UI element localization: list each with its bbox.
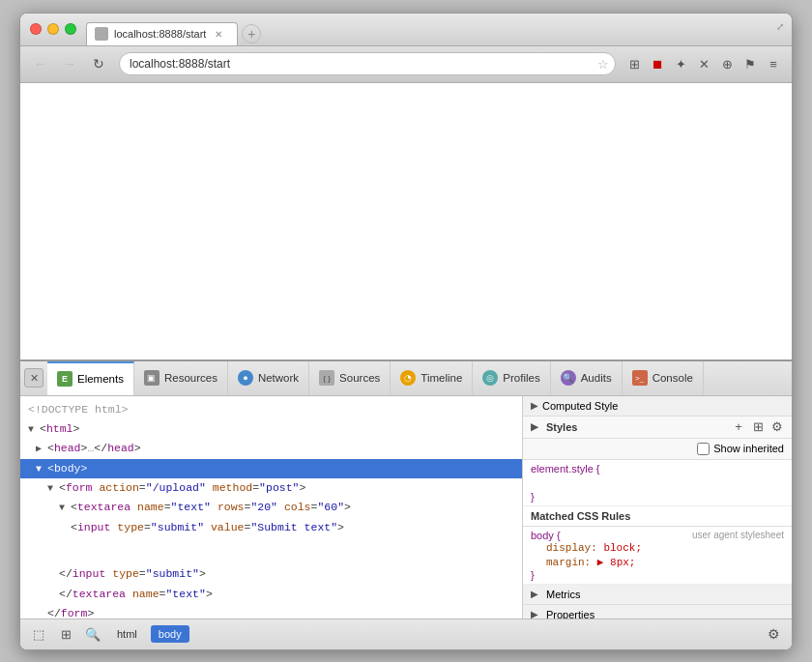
- audits-icon: 🔍: [561, 370, 576, 386]
- tab-timeline[interactable]: ◔ Timeline: [391, 361, 473, 395]
- properties-section[interactable]: ▶ Properties: [523, 605, 792, 619]
- back-button[interactable]: ←: [28, 51, 53, 76]
- window-resize-icon: ⤢: [776, 21, 784, 32]
- matched-css-rules-section[interactable]: Matched CSS Rules: [523, 506, 792, 527]
- inspect-element-button[interactable]: ⬚: [28, 623, 49, 645]
- styles-toolbar: + ⊞ ⚙: [732, 420, 784, 434]
- devtools-settings-button[interactable]: ⚙: [763, 623, 784, 645]
- show-inherited-checkbox-group[interactable]: Show inherited: [697, 443, 784, 455]
- tab-profiles[interactable]: ◎ Profiles: [473, 361, 550, 395]
- show-inherited-checkbox[interactable]: [697, 443, 710, 455]
- metrics-triangle: ▶: [531, 589, 542, 599]
- browser-tab[interactable]: localhost:8888/start ✕: [86, 22, 238, 45]
- close-button[interactable]: [30, 23, 42, 35]
- reload-button[interactable]: ↻: [86, 51, 111, 76]
- dom-body[interactable]: ▼<body>: [20, 459, 522, 478]
- resources-icon: ▣: [144, 370, 160, 386]
- body-rule-header: body { user agent stylesheet: [531, 530, 784, 541]
- bookmark-star-icon: ☆: [597, 57, 609, 72]
- browser-window: localhost:8888/start ✕ + ⤢ ← → ↻ ☆ ⊞ ⏹ ✦…: [19, 13, 793, 650]
- devtools-bottom-toolbar: ⬚ ⊞ 🔍 html body ⚙: [20, 619, 792, 649]
- tab-elements[interactable]: E Elements: [47, 361, 134, 395]
- breadcrumb-body[interactable]: body: [151, 625, 189, 643]
- tab-resources-label: Resources: [164, 372, 218, 384]
- minimize-button[interactable]: [47, 23, 59, 35]
- nav-icons: ⊞ ⏹ ✦ ✕ ⊕ ⚑ ≡: [624, 53, 784, 74]
- extensions-icon-2[interactable]: ✦: [670, 53, 691, 74]
- dom-html[interactable]: ▼<html>: [20, 419, 522, 439]
- tab-favicon: [95, 27, 108, 41]
- extensions-icon-3[interactable]: ✕: [693, 53, 714, 74]
- search-dom-button[interactable]: 🔍: [82, 623, 103, 645]
- styles-section-title: ▶ Styles: [531, 421, 577, 433]
- new-tab-button[interactable]: +: [242, 24, 261, 43]
- body-rule-source: user agent stylesheet: [692, 530, 784, 540]
- tab-console-label: Console: [652, 372, 693, 384]
- console-drawer-button[interactable]: ⊞: [55, 623, 76, 645]
- tab-timeline-label: Timeline: [420, 372, 462, 384]
- dom-textarea-close[interactable]: </textarea name="text">: [20, 585, 522, 604]
- metrics-label: Metrics: [546, 589, 580, 600]
- body-css-rule: body { user agent stylesheet display: bl…: [523, 527, 792, 585]
- display-prop-name: display:: [546, 542, 597, 554]
- element-style-rule: element.style { }: [523, 460, 792, 506]
- tab-bar: localhost:8888/start ✕ +: [86, 14, 261, 45]
- tab-sources[interactable]: { } Sources: [309, 361, 391, 395]
- devtools-panel: ✕ E Elements ▣ Resources ● Network { } S…: [20, 360, 792, 649]
- menu-button[interactable]: ≡: [763, 53, 784, 74]
- add-style-button[interactable]: +: [732, 420, 745, 434]
- tab-resources[interactable]: ▣ Resources: [134, 361, 228, 395]
- page-content: [20, 83, 792, 360]
- computed-style-section[interactable]: ▶ Computed Style: [523, 396, 792, 417]
- computed-style-triangle: ▶: [531, 400, 542, 411]
- extensions-icon-5[interactable]: ⚑: [740, 53, 761, 74]
- style-settings-button[interactable]: ⚙: [770, 420, 784, 434]
- margin-property: margin: ▶ 8px;: [531, 555, 784, 569]
- body-rule-selector: body {: [531, 530, 561, 541]
- devtools-close-button[interactable]: ✕: [24, 368, 44, 388]
- display-property: display: block;: [531, 541, 784, 555]
- stop-icon[interactable]: ⏹: [647, 53, 668, 74]
- dom-input-close[interactable]: </input type="submit">: [20, 564, 522, 584]
- profiles-icon: ◎: [482, 370, 498, 386]
- nav-bar: ← → ↻ ☆ ⊞ ⏹ ✦ ✕ ⊕ ⚑ ≡: [20, 46, 792, 83]
- tab-audits[interactable]: 🔍 Audits: [551, 361, 623, 395]
- extensions-icon-4[interactable]: ⊕: [716, 53, 738, 74]
- address-input[interactable]: [130, 57, 586, 71]
- tab-console[interactable]: >_ Console: [623, 361, 704, 395]
- properties-triangle: ▶: [531, 609, 542, 619]
- metrics-section[interactable]: ▶ Metrics: [523, 585, 792, 605]
- element-style-close: }: [531, 491, 784, 503]
- dom-form[interactable]: ▼<form action="/upload" method="post">: [20, 478, 522, 498]
- element-style-selector: element.style {: [531, 463, 784, 475]
- styles-header: ▶ Styles + ⊞ ⚙: [523, 417, 792, 439]
- dom-textarea[interactable]: ▼<textarea name="text" rows="20" cols="6…: [20, 498, 522, 517]
- title-bar: localhost:8888/start ✕ + ⤢: [20, 14, 792, 46]
- elements-icon: E: [57, 371, 72, 387]
- dom-head[interactable]: ▶<head>…</head>: [20, 439, 522, 458]
- devtools-tab-bar: ✕ E Elements ▣ Resources ● Network { } S…: [20, 361, 792, 396]
- style-grid-button[interactable]: ⊞: [751, 420, 765, 434]
- display-prop-value: block;: [603, 542, 642, 554]
- tab-network[interactable]: ● Network: [228, 361, 309, 395]
- dom-form-close[interactable]: </form>: [20, 604, 522, 618]
- tab-close-button[interactable]: ✕: [212, 27, 225, 41]
- extensions-icon-1[interactable]: ⊞: [624, 53, 645, 74]
- dom-doctype[interactable]: <!DOCTYPE html>: [20, 400, 522, 419]
- dom-spacer-2: [20, 551, 522, 564]
- dom-input-submit[interactable]: <input type="submit" value="Submit text"…: [20, 518, 522, 537]
- breadcrumb-html[interactable]: html: [109, 625, 145, 643]
- forward-button[interactable]: →: [57, 51, 82, 76]
- traffic-lights: [30, 23, 76, 35]
- dom-panel[interactable]: <!DOCTYPE html> ▼<html> ▶<head>…</head> …: [20, 396, 523, 619]
- console-icon: >_: [632, 370, 648, 386]
- tab-audits-label: Audits: [581, 372, 612, 384]
- tab-sources-label: Sources: [339, 372, 380, 384]
- tab-network-label: Network: [258, 372, 299, 384]
- element-style-empty: [531, 475, 784, 491]
- show-inherited-row: Show inherited: [523, 439, 792, 460]
- element-style-label: element.style {: [531, 463, 600, 475]
- devtools-body: <!DOCTYPE html> ▼<html> ▶<head>…</head> …: [20, 396, 792, 619]
- maximize-button[interactable]: [65, 23, 76, 35]
- dom-spacer-1: [20, 537, 522, 551]
